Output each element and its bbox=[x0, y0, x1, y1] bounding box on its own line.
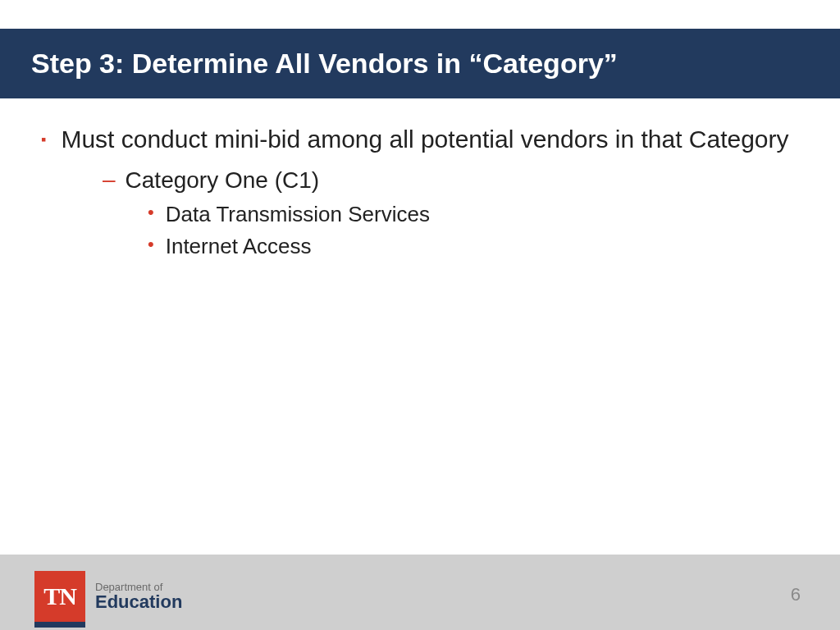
logo-underline bbox=[34, 622, 85, 628]
bullet-level-3: • Data Transmission Services bbox=[148, 200, 799, 229]
dash-bullet-icon: – bbox=[103, 165, 116, 194]
slide-body: ▪ Must conduct mini-bid among all potent… bbox=[41, 123, 799, 262]
page-number: 6 bbox=[791, 584, 801, 605]
bullet-l1-text: Must conduct mini-bid among all potentia… bbox=[61, 123, 788, 157]
bullet-level-2: – Category One (C1) bbox=[103, 165, 799, 196]
bullet-l3-text: Data Transmission Services bbox=[166, 200, 430, 229]
logo-block: TN Department of Education bbox=[34, 571, 182, 622]
tn-logo-text: TN bbox=[43, 582, 76, 610]
department-label: Department of Education bbox=[95, 582, 182, 611]
square-bullet-icon: ▪ bbox=[41, 131, 46, 148]
bullet-level-3: • Internet Access bbox=[148, 232, 799, 261]
dot-bullet-icon: • bbox=[148, 202, 154, 223]
dept-line2: Education bbox=[95, 593, 182, 611]
slide-title: Step 3: Determine All Vendors in “Catego… bbox=[31, 48, 618, 80]
bullet-l2-text: Category One (C1) bbox=[126, 165, 320, 196]
tn-logo: TN bbox=[34, 571, 85, 622]
bullet-level-1: ▪ Must conduct mini-bid among all potent… bbox=[41, 123, 799, 157]
bullet-l3-text: Internet Access bbox=[166, 232, 312, 261]
dot-bullet-icon: • bbox=[148, 234, 154, 255]
title-bar: Step 3: Determine All Vendors in “Catego… bbox=[0, 29, 840, 98]
